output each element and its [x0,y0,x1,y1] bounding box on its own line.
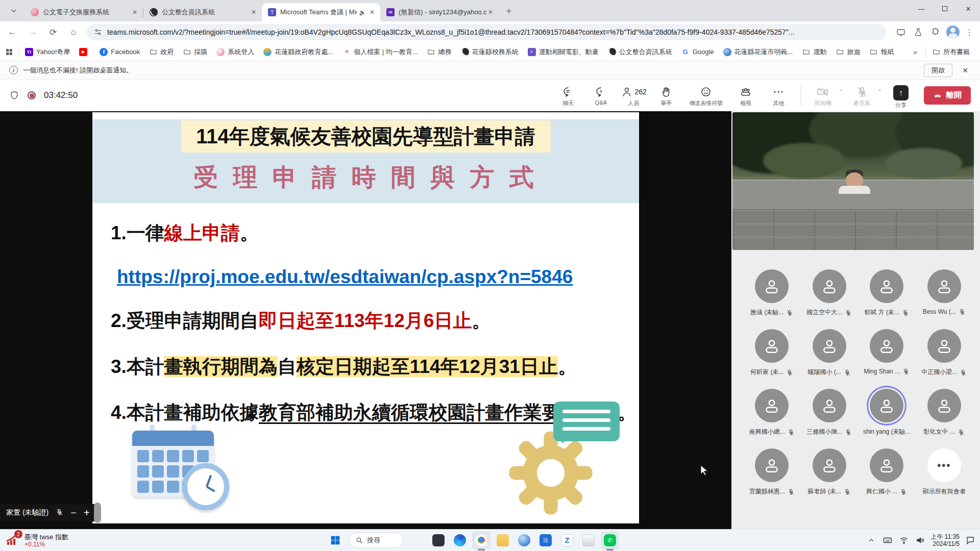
cast-icon[interactable] [893,24,909,40]
site-info-icon[interactable] [94,28,102,36]
bookmark-item[interactable]: ≡運動相關電影、動畫 [528,47,599,57]
tab-close-icon[interactable]: ✕ [131,8,139,16]
browser-tab-2[interactable]: 公文整合資訊系統✕ [143,3,262,21]
volume-icon[interactable] [915,536,926,545]
participant-tile[interactable]: 南興國小總... [746,389,798,436]
tab-search-chevron-icon[interactable] [5,2,22,19]
stage-resize-handle[interactable] [94,503,101,523]
hidden-icons-chevron[interactable] [866,537,877,543]
home-button[interactable]: ⌂ [65,24,82,40]
taskbar-app-edge-browser[interactable] [451,532,469,549]
all-bookmarks-folder[interactable]: 所有書籤 [932,47,970,57]
address-bar[interactable]: teams.microsoft.com/v2/?meetingjoin=true… [87,24,886,40]
tab-audio-icon[interactable]: 🔉 [359,9,366,16]
participant-tile[interactable]: Ming Shan ... [861,329,913,377]
bookmark-item[interactable]: 花蓮縣政府教育處... [263,47,333,57]
participant-video-tile[interactable] [732,112,974,250]
taskbar-app-blue-sphere-app[interactable] [516,532,533,549]
bookmark-item[interactable]: 花蓮縣校務系統 [461,47,519,57]
tab-close-icon[interactable]: ✕ [250,8,258,16]
close-button[interactable]: ✕ [957,0,980,17]
bookmark-item[interactable]: 採購 [183,47,207,57]
maximize-button[interactable] [933,0,957,17]
bookmark-item[interactable]: 政府 [149,47,174,57]
participant-tile[interactable]: 興仁國小 ... [861,448,913,496]
profile-avatar[interactable] [946,26,960,39]
stock-widget[interactable]: 2 臺灣 twse 指數 +0.11% [5,533,128,548]
meeting-more-button[interactable]: 其他 [764,82,793,107]
participant-tile[interactable]: 彰化女中 ... [918,389,971,436]
camera-dropdown-chevron[interactable]: ⌄ [839,86,843,92]
participant-tile[interactable]: Bess Wu (... [918,269,971,317]
browser-tab-3[interactable]: TMicrosoft Teams 會議 | Mic🔉✕ [262,3,380,21]
bookmark-item[interactable]: Y!Yahoo!奇摩 [25,47,70,57]
taskbar-app-colorful-app[interactable] [408,532,426,549]
network-icon[interactable] [898,536,910,545]
show-all-participants-tile[interactable]: •••顯示所有與會者 [918,448,971,496]
enable-notifications-button[interactable]: 開啟 [924,64,952,77]
bookmark-item[interactable]: GGoogle [681,48,714,56]
tab-close-icon[interactable]: ✕ [486,8,495,16]
extensions-icon[interactable] [928,24,943,40]
participant-tile[interactable]: shin yang (未驗... [861,389,913,436]
new-tab-button[interactable]: + [502,4,516,18]
tab-close-icon[interactable]: ✕ [368,8,376,16]
meeting-gallery-button[interactable]: 檢視 [731,82,761,107]
taskbar-search[interactable]: 搜尋 [349,533,403,548]
reload-button[interactable]: ⟳ [45,24,61,40]
apps-grid-icon[interactable] [5,48,13,56]
meeting-chat-button[interactable]: 聊天 [553,82,583,107]
browser-menu-kebab-icon[interactable]: ⋮ [962,24,977,40]
participant-tile[interactable]: 雅涵 (未驗... [746,269,798,317]
bookmark-item[interactable]: 系統登入 [216,47,254,57]
taskbar-app-chrome-browser[interactable] [473,532,490,549]
notification-center-icon[interactable] [965,536,976,545]
participant-tile[interactable]: 蘇老師 (未... [803,448,856,496]
bookmark-item[interactable]: 報紙 [869,47,894,57]
taskbar-app-file-explorer[interactable] [494,532,511,549]
share-button[interactable]: ↑分享 [886,82,916,109]
bookmark-item[interactable]: ▶ [79,48,90,56]
zoom-out-button[interactable]: − [70,507,77,519]
url-text[interactable]: teams.microsoft.com/v2/?meetingjoin=true… [107,28,879,36]
start-button[interactable] [327,532,344,549]
taskbar-app-z-notepad-app[interactable]: Z [558,532,576,549]
bookmark-item[interactable]: 運動 [802,47,826,57]
taskbar-app-blue-tile-app[interactable]: 注 [537,532,554,549]
bookmark-item[interactable]: 花蓮縣花蓮市明義... [723,47,793,57]
taskbar-app-dark-app[interactable] [430,532,447,549]
participant-tile[interactable]: 國立空中大... [803,269,856,317]
participant-tile[interactable]: 郁斌 方 (未... [861,269,913,317]
back-button[interactable]: ← [4,24,20,40]
bookmarks-overflow-chevron[interactable]: » [913,47,917,56]
taskbar-app-line-app[interactable]: ✆ [601,532,619,549]
slide-text-segment[interactable]: https://proj.moe.edu.tw/esdtaiwan/cp.asp… [117,266,573,287]
labs-icon[interactable] [911,24,926,40]
participant-tile[interactable]: 螺陽國小 (... [803,329,856,377]
browser-tab-4[interactable]: ✉(無新信) - sinly1234@yahoo.c...✕ [380,3,499,21]
participant-tile[interactable]: 何昕家 (未... [746,329,798,377]
notification-close-icon[interactable]: ✕ [958,66,973,74]
participant-tile[interactable]: 三條國小陳... [803,389,856,436]
camera-button[interactable]: 照相機 [808,82,838,107]
bookmark-item[interactable]: 總務 [427,47,452,57]
participant-tile[interactable]: 中正國小梁... [918,329,971,377]
meeting-hand-button[interactable]: 舉手 [651,82,681,107]
mic-dropdown-chevron[interactable]: ⌄ [878,86,882,92]
minimize-button[interactable]: — [910,0,933,17]
forward-button[interactable]: → [24,24,41,40]
bookmark-item[interactable]: 旅遊 [836,47,860,57]
meeting-emoji-button[interactable]: 傳送表情符號 [684,82,728,107]
touch-keyboard-icon[interactable] [882,536,893,545]
bookmark-item[interactable]: 公文整合資訊系統 [608,47,672,57]
participant-tile[interactable]: 宜蘭縣林惠... [746,448,798,496]
zoom-in-button[interactable]: + [84,507,90,519]
browser-tab-1[interactable]: 公文電子交換服務系統✕ [24,3,143,21]
taskbar-app-gray-app[interactable] [580,532,597,549]
meeting-qa-button[interactable]: ?Q&A [586,82,616,106]
mic-button[interactable]: 麥克風 [847,82,877,107]
taskbar-clock[interactable]: 上午 11:35 2024/11/5 [931,533,960,547]
meeting-person-button[interactable]: 262人員 [619,82,648,107]
leave-button[interactable]: 離開 [924,86,971,105]
bookmark-item[interactable]: ✳個人檔案 | 均一教育... [342,47,418,57]
